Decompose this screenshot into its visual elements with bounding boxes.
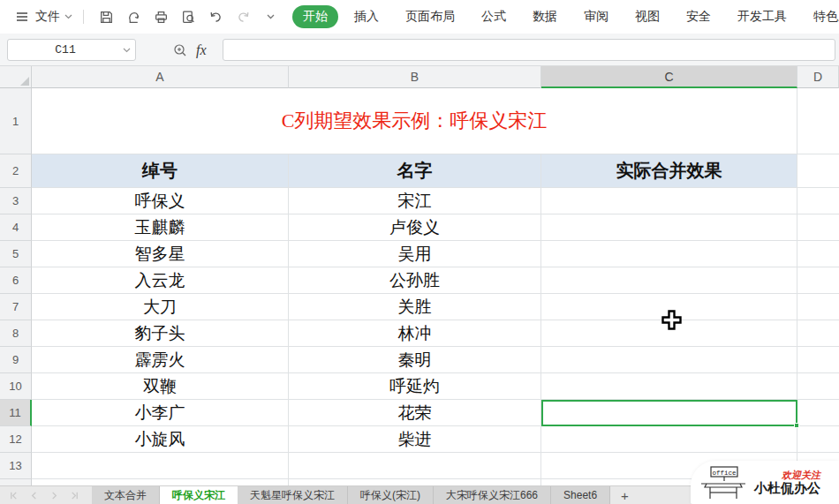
export-pdf-icon[interactable] [124,7,143,26]
column-header-A[interactable]: A [32,66,289,88]
ribbon-tab-审阅[interactable]: 审阅 [573,5,619,28]
cell-C11[interactable] [541,400,797,426]
ribbon-tab-视图[interactable]: 视图 [624,5,670,28]
undo-icon[interactable] [206,7,225,26]
ribbon-tab-安全[interactable]: 安全 [676,5,722,28]
column-header-D[interactable]: D [797,66,839,88]
row-header-4[interactable]: 4 [0,214,32,241]
cell-D4[interactable] [797,214,839,241]
print-preview-icon[interactable] [178,7,198,26]
cell-A9[interactable]: 霹雳火 [32,347,289,373]
zoom-search-icon[interactable] [173,43,187,57]
row-header-3[interactable]: 3 [0,188,32,214]
last-sheet-icon[interactable] [70,491,79,500]
redo-icon[interactable] [233,7,253,26]
print-icon[interactable] [151,7,170,26]
cell-A10[interactable]: 双鞭 [32,373,289,400]
next-sheet-icon[interactable] [49,491,59,500]
row-header-11[interactable]: 11 [0,400,32,426]
cell-B13[interactable] [289,453,541,479]
row-header-5[interactable]: 5 [0,241,32,267]
cell-B9[interactable]: 秦明 [289,347,541,373]
ribbon-tab-公式[interactable]: 公式 [471,5,517,28]
cell-B7[interactable]: 关胜 [289,294,541,320]
column-header-B[interactable]: B [289,66,541,88]
save-icon[interactable] [96,7,116,26]
cell-C7[interactable] [541,294,797,320]
cell-D6[interactable] [797,267,839,294]
cell-C5[interactable] [541,241,797,267]
cell-D11[interactable] [797,400,839,426]
cell-A5[interactable]: 智多星 [32,241,289,267]
ribbon-tab-数据[interactable]: 数据 [522,5,568,28]
formula-input[interactable] [223,39,835,61]
cell-B5[interactable]: 吴用 [289,241,541,267]
hamburger-menu-icon[interactable] [12,7,32,26]
ribbon-tab-特色应用[interactable]: 特色应用 [803,5,839,28]
sheet-tab-天魁星呼保义宋江[interactable]: 天魁星呼保义宋江 [238,486,348,504]
row-header-6[interactable]: 6 [0,267,32,294]
row-header-13[interactable]: 13 [0,453,32,479]
sheet-tab-呼保义宋江[interactable]: 呼保义宋江 [160,486,238,504]
more-commands-icon[interactable] [261,7,280,26]
cell-A14[interactable] [32,479,289,485]
cell-D12[interactable] [797,426,839,453]
cell-A13[interactable] [32,453,289,479]
cell-B8[interactable]: 林冲 [289,320,541,347]
first-sheet-icon[interactable] [9,491,19,500]
cell-C12[interactable] [541,426,797,453]
cell-A1[interactable]: C列期望效果示例：呼保义宋江 [32,88,797,154]
sheet-tab-文本合并[interactable]: 文本合并 [92,486,160,504]
cell-A7[interactable]: 大刀 [32,294,289,320]
cell-B2[interactable]: 名字 [289,154,541,188]
cell-B12[interactable]: 柴进 [289,426,541,453]
cell-B3[interactable]: 宋江 [289,188,541,214]
cell-C9[interactable] [541,347,797,373]
cell-D10[interactable] [797,373,839,400]
ribbon-tab-页面布局[interactable]: 页面布局 [395,5,465,28]
cell-C4[interactable] [541,214,797,241]
cell-B4[interactable]: 卢俊义 [289,214,541,241]
row-header-2[interactable]: 2 [0,154,32,188]
file-menu[interactable]: 文件 [35,9,72,25]
cell-C2[interactable]: 实际合并效果 [541,154,797,188]
cell-C10[interactable] [541,373,797,400]
cell-D3[interactable] [797,188,839,214]
row-header-7[interactable]: 7 [0,294,32,320]
cell-A3[interactable]: 呼保义 [32,188,289,214]
cell-B10[interactable]: 呼延灼 [289,373,541,400]
cell-A4[interactable]: 玉麒麟 [32,214,289,241]
cell-B6[interactable]: 公孙胜 [289,267,541,294]
row-header-12[interactable]: 12 [0,426,32,453]
cell-D1[interactable] [797,88,839,154]
cell-A2[interactable]: 绰号 [32,154,289,188]
insert-function-fx[interactable]: fx [196,42,207,58]
cell-A11[interactable]: 小李广 [32,400,289,426]
cell-C6[interactable] [541,267,797,294]
add-sheet-button[interactable]: + [610,486,639,504]
ribbon-tab-插入[interactable]: 插入 [344,5,389,28]
cell-A12[interactable]: 小旋风 [32,426,289,453]
cell-D9[interactable] [797,347,839,373]
cell-B14[interactable] [289,479,541,485]
cell-C8[interactable] [541,320,797,347]
cell-D8[interactable] [797,320,839,347]
name-box[interactable]: C11 [7,39,136,61]
row-header-8[interactable]: 8 [0,320,32,347]
ribbon-tab-开发工具[interactable]: 开发工具 [727,5,797,28]
cell-A8[interactable]: 豹子头 [32,320,289,347]
select-all-corner[interactable] [0,66,32,88]
row-header-9[interactable]: 9 [0,347,32,373]
cell-B11[interactable]: 花荣 [289,400,541,426]
column-header-C[interactable]: C [541,66,797,88]
row-header-14[interactable]: 14 [0,479,32,485]
sheet-tab-Sheet6[interactable]: Sheet6 [551,486,610,504]
sheet-tab-大宋呼保义宋江666[interactable]: 大宋呼保义宋江666 [434,486,551,504]
cell-A6[interactable]: 入云龙 [32,267,289,294]
row-header-1[interactable]: 1 [0,88,32,154]
sheet-tab-呼保义(宋江)[interactable]: 呼保义(宋江) [348,486,434,504]
cell-D2[interactable] [797,154,839,188]
cell-C3[interactable] [541,188,797,214]
cell-D5[interactable] [797,241,839,267]
cell-D7[interactable] [797,294,839,320]
